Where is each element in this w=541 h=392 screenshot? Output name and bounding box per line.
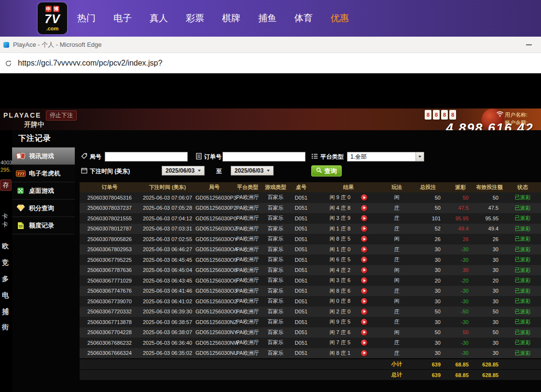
replay-button[interactable] bbox=[361, 257, 367, 263]
platform-type-select[interactable]: 1.全部 bbox=[347, 152, 424, 162]
left-menu-deposit-fragment[interactable]: 存 bbox=[0, 179, 12, 191]
order-id-input[interactable] bbox=[222, 152, 305, 162]
cell-game-type: 百家乐 bbox=[262, 235, 289, 243]
nav-item[interactable]: 真人 bbox=[150, 12, 168, 25]
cell-bet-time: 2025-06-03 06:35:02 bbox=[139, 350, 195, 356]
cell-order-id: 250603067787636 bbox=[80, 267, 139, 273]
edge-tab-icon bbox=[3, 42, 9, 48]
replay-button[interactable] bbox=[361, 319, 367, 325]
browser-urlbar: https://gci.7vvvvvv.com/pc/pcv2/index.js… bbox=[0, 53, 541, 73]
nav-item[interactable]: 体育 bbox=[294, 12, 313, 25]
search-button[interactable]: 查询 bbox=[311, 165, 342, 176]
replay-button[interactable] bbox=[361, 215, 367, 221]
left-menu-duo-fragment[interactable]: 多 bbox=[2, 275, 9, 284]
cell-round-id: GD051256030O8 bbox=[195, 267, 233, 273]
table-row: 250603067686232 2025-06-03 06:36:40 GD05… bbox=[80, 338, 541, 348]
reload-icon[interactable] bbox=[5, 60, 12, 67]
cell-round-id: GD051256030NW bbox=[195, 340, 233, 346]
left-menu-europe-fragment[interactable]: 欧 bbox=[2, 242, 9, 251]
sidebar-item-credit-records[interactable]: 额度记录 bbox=[12, 217, 75, 234]
replay-button[interactable] bbox=[361, 350, 367, 356]
cell-game-type: 百家乐 bbox=[262, 277, 289, 284]
address-bar[interactable]: https://gci.7vvvvvv.com/pc/pcv2/index.js… bbox=[18, 59, 162, 68]
replay-button[interactable] bbox=[361, 288, 367, 294]
table-header-cell: 桌号 bbox=[289, 184, 313, 191]
nav-item[interactable]: 优惠 bbox=[331, 12, 349, 25]
subtotal-valid-bet: 628.85 bbox=[474, 362, 504, 367]
replay-button[interactable] bbox=[361, 309, 367, 315]
cell-order-id: 250603067802953 bbox=[80, 246, 139, 252]
cell-bet-time: 2025-06-03 07:02:55 bbox=[139, 236, 195, 242]
cell-order-id: 250603078005826 bbox=[80, 236, 139, 242]
cell-order-id: 250603067747676 bbox=[80, 288, 139, 294]
nav-item[interactable]: 热门 bbox=[77, 12, 96, 25]
replay-button[interactable] bbox=[361, 329, 367, 336]
logo-suffix: .com bbox=[46, 26, 59, 31]
nav-item[interactable]: 棋牌 bbox=[222, 12, 240, 25]
replay-button[interactable] bbox=[361, 339, 367, 346]
date-to-select[interactable]: 2025/06/03 bbox=[231, 166, 274, 176]
minimize-button[interactable] bbox=[523, 40, 535, 50]
cell-status: 已派彩 bbox=[504, 297, 541, 305]
slot-777-icon: 777 bbox=[15, 170, 26, 177]
cell-order-id: 250603067771029 bbox=[80, 278, 139, 284]
site-logo[interactable]: 申 博 7V .com bbox=[38, 2, 67, 34]
round-id-label-text: 局号 bbox=[90, 153, 101, 161]
left-menu-buyu-fragment[interactable]: 捕 bbox=[2, 308, 9, 316]
table-header-cell: 有效投注额 bbox=[474, 184, 504, 191]
replay-button[interactable] bbox=[361, 194, 367, 201]
cell-play-type: 庄 bbox=[384, 339, 410, 346]
platform-type-label-text: 平台类型 bbox=[320, 153, 344, 161]
cell-platform-type: PA欧洲厅 bbox=[233, 350, 262, 357]
tag-icon bbox=[81, 153, 87, 161]
left-menu-dianzi-fragment[interactable]: 电 bbox=[2, 291, 9, 300]
replay-button[interactable] bbox=[361, 267, 367, 273]
left-menu-jieji-fragment[interactable]: 街 bbox=[2, 323, 9, 332]
browser-titlebar: PlayAce - 个人 - Microsoft Edge bbox=[0, 37, 541, 53]
cell-table-number: D051 bbox=[289, 319, 313, 325]
cell-table-number: D051 bbox=[289, 216, 313, 221]
left-menu-card-fragment[interactable]: 卡 bbox=[2, 212, 8, 221]
cell-play-type: 闲 bbox=[384, 235, 410, 243]
result-text: 闲 1 庄 8 bbox=[330, 225, 350, 232]
nav-item[interactable]: 彩票 bbox=[186, 12, 204, 25]
replay-button[interactable] bbox=[361, 298, 367, 304]
replay-button[interactable] bbox=[361, 246, 367, 253]
cell-valid-bet: 95.95 bbox=[474, 216, 504, 221]
date-range-to-label: 至 bbox=[216, 166, 222, 176]
play-icon bbox=[363, 331, 366, 334]
replay-button[interactable] bbox=[361, 277, 367, 284]
cell-bet-time: 2025-06-03 06:46:27 bbox=[139, 246, 195, 252]
cell-order-id: 250603078012787 bbox=[80, 226, 139, 231]
cell-result: 闲 4 庄 2 bbox=[313, 267, 384, 274]
panel-sidebar: 视讯游戏 777 电子老虎机 桌面游戏 积分查询 bbox=[12, 147, 75, 234]
nav-item[interactable]: 捕鱼 bbox=[258, 12, 277, 25]
table-row: 250603078012787 2025-06-03 07:03:31 GD05… bbox=[80, 224, 541, 234]
date-from-select[interactable]: 2025/06/03 bbox=[162, 166, 205, 176]
cell-total-bet: 30 bbox=[410, 298, 446, 304]
cell-status: 已派彩 bbox=[504, 246, 541, 253]
replay-button[interactable] bbox=[361, 205, 367, 211]
cell-game-type: 百家乐 bbox=[262, 308, 289, 315]
replay-button[interactable] bbox=[361, 236, 367, 242]
playing-cards-icon bbox=[15, 152, 26, 160]
cell-game-type: 百家乐 bbox=[262, 267, 289, 274]
nav-item[interactable]: 电子 bbox=[113, 12, 132, 25]
cell-table-number: D051 bbox=[289, 350, 313, 356]
round-id-input[interactable] bbox=[105, 152, 188, 162]
play-icon bbox=[363, 300, 366, 303]
cell-result: 闲 1 庄 0 bbox=[313, 246, 384, 253]
play-icon bbox=[363, 258, 366, 261]
table-header-cell: 总投注 bbox=[410, 184, 446, 191]
sidebar-item-video-games[interactable]: 视讯游戏 bbox=[12, 148, 75, 165]
sidebar-item-table-games[interactable]: 桌面游戏 bbox=[12, 182, 75, 200]
table-header-cell: 结果 bbox=[313, 184, 384, 191]
sidebar-item-points-query[interactable]: 积分查询 bbox=[12, 200, 75, 217]
subtotal-row: 小计 639 68.85 628.85 bbox=[80, 359, 541, 369]
left-menu-card-fragment[interactable]: 卡 bbox=[2, 220, 8, 229]
replay-button[interactable] bbox=[361, 226, 367, 232]
cell-payout: -30 bbox=[446, 340, 474, 346]
left-menu-jing-fragment[interactable]: 竞 bbox=[2, 258, 9, 267]
sidebar-item-slots[interactable]: 777 电子老虎机 bbox=[12, 165, 75, 182]
search-button-label: 查询 bbox=[324, 167, 337, 176]
